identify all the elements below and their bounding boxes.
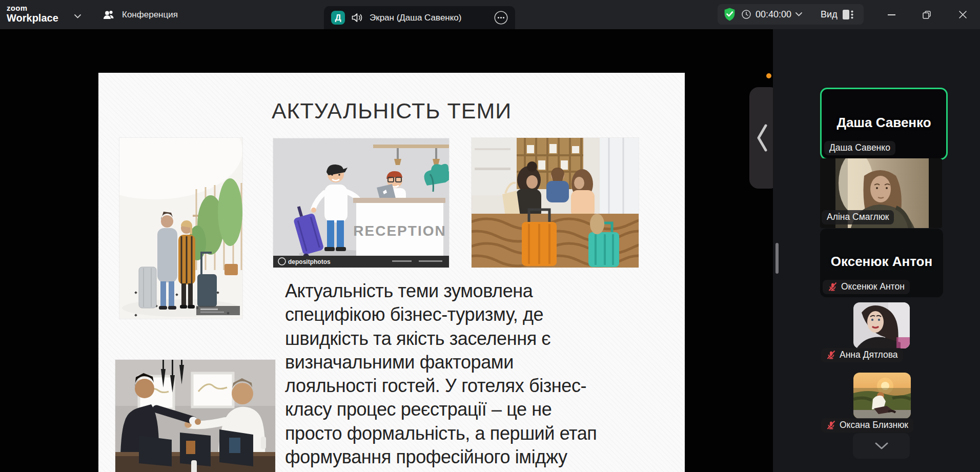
participant-name-badge: Анна Дятлова bbox=[821, 348, 903, 362]
ellipsis-icon bbox=[494, 11, 508, 25]
participants-icon bbox=[103, 9, 116, 21]
reception-sign-text: RECEPTION bbox=[353, 223, 446, 239]
reception-cartoon-illustration: RECEPTION depositphotos bbox=[273, 138, 449, 268]
participant-tile-dasha[interactable]: Даша Савенко Даша Савенко bbox=[820, 88, 948, 160]
participants-sidebar: Даша Савенко Даша Савенко bbox=[773, 29, 980, 472]
muted-mic-icon bbox=[826, 420, 836, 430]
share-avatar: Д bbox=[331, 11, 345, 25]
shared-screen-area: АКТУАЛЬНІСТЬ ТЕМИ bbox=[0, 29, 773, 472]
chevron-down-icon bbox=[74, 14, 81, 18]
participant-tile-oksenyuk[interactable]: Оксенюк Антон Оксенюк Антон bbox=[820, 229, 943, 297]
share-tab-label: Экран (Даша Савенко) bbox=[370, 13, 461, 23]
view-label: Вид bbox=[821, 9, 838, 20]
restore-button[interactable] bbox=[915, 0, 938, 29]
presenter-indicator-dot bbox=[766, 73, 771, 78]
frontdesk-photo-illustration bbox=[115, 360, 275, 472]
lobby-photo-illustration bbox=[119, 138, 242, 319]
share-tab-more-button[interactable] bbox=[494, 11, 508, 25]
tab-conference[interactable]: Конференция bbox=[103, 7, 178, 23]
body-line: Актуальність теми зумовлена bbox=[285, 279, 597, 303]
restore-icon bbox=[922, 10, 931, 19]
participant-name-text: Аліна Смаглюк bbox=[827, 212, 889, 222]
participant-tile-anna[interactable] bbox=[853, 302, 910, 348]
body-line: швидкість та якість заселення є bbox=[285, 327, 597, 351]
participant-name-text: Оксенюк Антон bbox=[841, 281, 905, 292]
participant-big-name: Даша Савенко bbox=[822, 115, 946, 131]
view-button[interactable]: Вид bbox=[821, 9, 854, 20]
minimize-icon bbox=[888, 14, 895, 15]
tab-shared-screen[interactable]: Д Экран (Даша Савенко) bbox=[324, 6, 515, 29]
workspace-menu-chevron[interactable] bbox=[72, 12, 83, 20]
slide-image-reception-cartoon: RECEPTION depositphotos bbox=[273, 138, 449, 268]
conference-tab-label: Конференция bbox=[122, 10, 178, 20]
chevron-down-icon bbox=[873, 442, 890, 450]
slide-image-frontdesk bbox=[115, 360, 275, 472]
titlebar: zoom Workplace Конференция Д bbox=[0, 0, 980, 29]
participant-name-badge: Аліна Смаглюк bbox=[822, 210, 894, 224]
participant-name-badge: Оксенюк Антон bbox=[823, 280, 910, 294]
muted-mic-icon bbox=[828, 282, 838, 292]
anna-avatar-photo bbox=[853, 302, 910, 348]
sidebar-scrollbar[interactable] bbox=[775, 243, 779, 274]
body-line: специфікою бізнес-туризму, де bbox=[285, 303, 597, 326]
chevron-left-icon bbox=[753, 121, 771, 154]
participant-name-text: Даша Савенко bbox=[829, 142, 890, 153]
security-shield-icon bbox=[723, 7, 737, 22]
zoom-workplace-logo: zoom Workplace bbox=[7, 4, 58, 23]
logo-workplace: Workplace bbox=[7, 13, 58, 23]
body-line: просто формальність, а перший етап bbox=[285, 422, 597, 445]
participant-name-badge: Даша Савенко bbox=[824, 141, 895, 155]
zoom-window: zoom Workplace Конференция Д bbox=[0, 0, 980, 472]
participant-tile-alina[interactable]: Аліна Смаглюк bbox=[820, 158, 942, 228]
participant-name-badge: Оксана Близнюк bbox=[821, 418, 913, 433]
slide-image-lobby bbox=[119, 138, 242, 319]
minimize-button[interactable] bbox=[880, 0, 903, 29]
chevron-down-icon bbox=[795, 12, 802, 16]
clock-icon bbox=[741, 9, 751, 19]
participant-name-text: Оксана Близнюк bbox=[840, 420, 908, 430]
participant-big-name: Оксенюк Антон bbox=[820, 254, 943, 270]
watermark-brand-text: depositphotos bbox=[288, 258, 331, 265]
body-line: визначальними факторами bbox=[285, 351, 597, 374]
meeting-timer: 00:40:00 bbox=[756, 9, 791, 20]
participant-name-text: Анна Дятлова bbox=[840, 350, 898, 360]
close-icon bbox=[958, 10, 967, 19]
slide-image-checkin bbox=[472, 138, 639, 268]
oksana-avatar-photo bbox=[853, 373, 911, 419]
close-button[interactable] bbox=[951, 0, 974, 29]
timer-dropdown[interactable]: 00:40:00 bbox=[741, 9, 802, 20]
meeting-info-pill: 00:40:00 Вид bbox=[718, 4, 864, 25]
slide-body-text: Актуальність теми зумовлена специфікою б… bbox=[285, 279, 597, 472]
view-layout-icon bbox=[843, 10, 854, 19]
body-line: класу процес реєстрації – це не bbox=[285, 398, 597, 421]
more-participants-button[interactable] bbox=[853, 433, 910, 459]
checkin-photo-illustration bbox=[472, 138, 639, 268]
muted-mic-icon bbox=[826, 350, 836, 360]
participant-tile-oksana[interactable] bbox=[853, 373, 911, 419]
speaker-icon bbox=[351, 12, 363, 23]
presentation-slide: АКТУАЛЬНІСТЬ ТЕМИ bbox=[98, 73, 685, 472]
body-line: лояльності гостей. У готелях бізнес- bbox=[285, 374, 597, 398]
logo-zoom: zoom bbox=[7, 4, 58, 12]
security-button[interactable] bbox=[718, 7, 741, 22]
body-line: закладу. bbox=[285, 469, 597, 472]
slide-title: АКТУАЛЬНІСТЬ ТЕМИ bbox=[98, 98, 685, 124]
body-line: формування професійного іміджу bbox=[285, 445, 597, 469]
